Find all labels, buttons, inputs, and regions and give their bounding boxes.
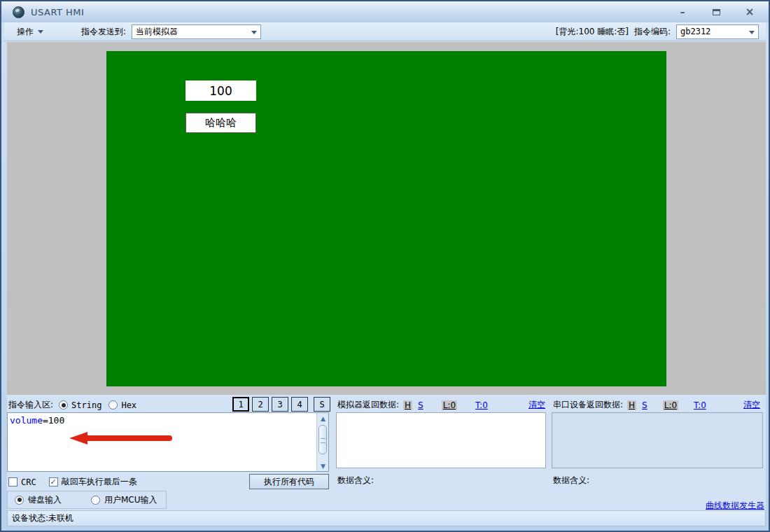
- tab-3[interactable]: 3: [272, 397, 288, 412]
- crc-label: CRC: [21, 477, 36, 487]
- send-to-label: 指令发送到:: [81, 26, 126, 38]
- backlight-sleep-info: [背光:100 睡眠:否]: [556, 26, 629, 38]
- run-all-code-button[interactable]: 执行所有代码: [249, 474, 329, 489]
- tab-4[interactable]: 4: [291, 397, 308, 412]
- bottom-panel: 指令输入区: String Hex 1 2 3 4 S volume=100 ▲…: [7, 395, 766, 510]
- close-icon: ×: [746, 6, 755, 18]
- serial-meaning-label: 数据含义:: [553, 475, 589, 486]
- crc-checkbox[interactable]: [8, 477, 18, 486]
- status-bar: 设备状态:未联机: [7, 510, 766, 526]
- close-button[interactable]: ×: [741, 6, 759, 18]
- maximize-button[interactable]: [707, 6, 725, 18]
- simulator-return-box[interactable]: [336, 412, 546, 468]
- serial-return-title: 串口设备返回数据:: [553, 399, 623, 411]
- serial-clear-link[interactable]: 清空: [743, 399, 760, 411]
- operation-menu-button[interactable]: 操作: [11, 24, 49, 40]
- code-editor-scrollbar[interactable]: ▲ ▼: [316, 413, 328, 471]
- code-suffix: =100: [43, 415, 64, 426]
- screen-textbox[interactable]: 100: [186, 80, 256, 101]
- string-radio[interactable]: [59, 400, 68, 410]
- scroll-down-icon[interactable]: ▼: [317, 461, 329, 471]
- mcu-input-label: 用户MCU输入: [104, 494, 158, 506]
- enter-exec-checkbox[interactable]: ✓: [49, 477, 58, 486]
- encoding-select[interactable]: gb2312: [676, 24, 759, 39]
- simulator-screen[interactable]: 100 哈哈哈: [106, 51, 666, 386]
- string-radio-label: String: [71, 400, 102, 410]
- sim-string-toggle[interactable]: S: [418, 400, 424, 410]
- chevron-down-icon: [251, 31, 257, 34]
- screen-button[interactable]: 哈哈哈: [186, 113, 256, 133]
- device-status-text: 设备状态:未联机: [12, 512, 74, 524]
- mcu-input-radio[interactable]: [91, 496, 100, 505]
- sim-clear-link[interactable]: 清空: [528, 399, 545, 411]
- input-source-group: 键盘输入 用户MCU输入: [7, 491, 167, 509]
- window-title: USART HMI: [31, 7, 84, 18]
- command-input-label: 指令输入区:: [8, 399, 53, 411]
- app-icon: [13, 6, 24, 18]
- chevron-down-icon: [38, 30, 43, 34]
- workspace: 100 哈哈哈: [7, 42, 766, 395]
- encoding-select-value: gb2312: [680, 27, 710, 36]
- app-window: USART HMI – × 操作 指令发送到: 当前模拟器 [背光:100 睡眠…: [0, 0, 770, 532]
- scrollbar-thumb[interactable]: [318, 425, 327, 454]
- code-line: volume=100: [10, 415, 64, 426]
- enter-exec-label: 敲回车执行最后一条: [62, 476, 137, 488]
- minimize-button[interactable]: –: [673, 6, 692, 18]
- command-tab-strip: 1 2 3 4 S: [232, 397, 333, 412]
- hex-radio-label: Hex: [121, 400, 136, 410]
- run-all-code-label: 执行所有代码: [264, 476, 314, 488]
- serial-return-box: [552, 412, 763, 468]
- encoding-label: 指令编码:: [634, 26, 671, 38]
- target-select[interactable]: 当前模拟器: [132, 24, 261, 39]
- tab-s[interactable]: S: [314, 397, 330, 412]
- maximize-icon: [713, 9, 720, 15]
- serial-time-counter[interactable]: T:0: [694, 400, 706, 410]
- sim-length-counter[interactable]: L:0: [442, 400, 457, 410]
- code-variable: volume: [10, 415, 43, 426]
- sim-meaning-label: 数据含义:: [337, 475, 374, 486]
- toolbar: 操作 指令发送到: 当前模拟器 [背光:100 睡眠:否] 指令编码: gb23…: [4, 22, 766, 41]
- simulator-return-title: 模拟器返回数据:: [337, 399, 399, 411]
- command-code-editor[interactable]: volume=100 ▲ ▼: [7, 412, 329, 472]
- serial-string-toggle[interactable]: S: [642, 400, 648, 410]
- tab-2[interactable]: 2: [252, 397, 269, 412]
- minimize-icon: –: [680, 6, 685, 18]
- keyboard-input-radio[interactable]: [15, 496, 24, 505]
- serial-return-header: 串口设备返回数据: H S L:0 T:0: [553, 399, 712, 411]
- hex-radio[interactable]: [108, 400, 118, 410]
- tab-1[interactable]: 1: [232, 397, 249, 412]
- serial-hex-toggle[interactable]: H: [627, 400, 636, 410]
- sim-hex-toggle[interactable]: H: [403, 400, 412, 410]
- title-bar: USART HMI – ×: [1, 1, 769, 22]
- operation-menu-label: 操作: [17, 26, 34, 38]
- scroll-up-icon[interactable]: ▲: [317, 413, 329, 424]
- simulator-return-header: 模拟器返回数据: H S L:0 T:0: [337, 399, 493, 411]
- annotation-arrow-icon: [69, 432, 172, 444]
- serial-length-counter[interactable]: L:0: [663, 400, 678, 410]
- keyboard-input-label: 键盘输入: [28, 494, 62, 506]
- target-select-value: 当前模拟器: [136, 26, 178, 38]
- chevron-down-icon: [749, 31, 755, 34]
- sim-time-counter[interactable]: T:0: [475, 400, 488, 410]
